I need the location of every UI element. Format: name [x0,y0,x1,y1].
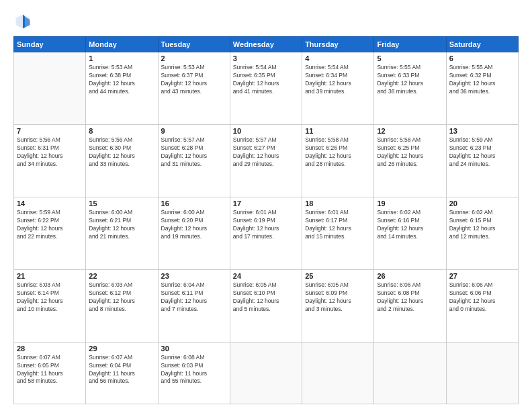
calendar-cell: 25Sunrise: 6:05 AM Sunset: 6:09 PM Dayli… [302,269,374,342]
day-info: Sunrise: 6:01 AM Sunset: 6:17 PM Dayligh… [305,209,371,241]
day-info: Sunrise: 6:01 AM Sunset: 6:19 PM Dayligh… [233,209,299,241]
calendar-cell: 6Sunrise: 5:55 AM Sunset: 6:32 PM Daylig… [446,52,518,125]
calendar-week-row: 28Sunrise: 6:07 AM Sunset: 6:05 PM Dayli… [14,342,519,404]
day-info: Sunrise: 5:54 AM Sunset: 6:35 PM Dayligh… [233,64,299,96]
day-info: Sunrise: 6:00 AM Sunset: 6:20 PM Dayligh… [161,209,227,241]
calendar-cell: 16Sunrise: 6:00 AM Sunset: 6:20 PM Dayli… [158,197,230,269]
calendar-cell: 28Sunrise: 6:07 AM Sunset: 6:05 PM Dayli… [14,342,86,404]
calendar-cell: 14Sunrise: 5:59 AM Sunset: 6:22 PM Dayli… [14,197,86,269]
calendar-cell: 2Sunrise: 5:53 AM Sunset: 6:37 PM Daylig… [158,52,230,125]
day-number: 23 [161,272,227,280]
logo-icon [13,12,32,31]
weekday-header: Tuesday [158,37,230,52]
day-number: 26 [377,272,443,280]
day-info: Sunrise: 5:57 AM Sunset: 6:27 PM Dayligh… [233,136,299,169]
day-number: 3 [233,54,299,62]
calendar-cell: 20Sunrise: 6:02 AM Sunset: 6:15 PM Dayli… [446,197,518,269]
day-info: Sunrise: 5:56 AM Sunset: 6:30 PM Dayligh… [89,136,154,169]
day-number: 25 [305,272,371,280]
day-number: 24 [233,272,299,280]
calendar-week-row: 21Sunrise: 6:03 AM Sunset: 6:14 PM Dayli… [14,269,519,342]
calendar-cell: 26Sunrise: 6:06 AM Sunset: 6:08 PM Dayli… [374,269,446,342]
day-info: Sunrise: 5:59 AM Sunset: 6:23 PM Dayligh… [449,136,515,169]
day-number: 12 [377,127,443,135]
day-info: Sunrise: 6:03 AM Sunset: 6:14 PM Dayligh… [17,281,83,314]
calendar-cell [446,342,518,404]
calendar-cell: 13Sunrise: 5:59 AM Sunset: 6:23 PM Dayli… [446,124,518,197]
calendar-cell: 17Sunrise: 6:01 AM Sunset: 6:19 PM Dayli… [230,197,302,269]
day-number: 17 [233,199,299,208]
day-number: 16 [161,199,227,208]
calendar-cell: 23Sunrise: 6:04 AM Sunset: 6:11 PM Dayli… [158,269,230,342]
day-info: Sunrise: 6:02 AM Sunset: 6:15 PM Dayligh… [449,209,515,241]
calendar-cell [302,342,374,404]
day-info: Sunrise: 6:07 AM Sunset: 6:04 PM Dayligh… [89,354,154,386]
calendar-cell: 8Sunrise: 5:56 AM Sunset: 6:30 PM Daylig… [86,124,158,197]
day-number: 22 [89,272,154,280]
day-info: Sunrise: 5:57 AM Sunset: 6:28 PM Dayligh… [161,136,227,169]
calendar-cell: 30Sunrise: 6:08 AM Sunset: 6:03 PM Dayli… [158,342,230,404]
day-info: Sunrise: 6:07 AM Sunset: 6:05 PM Dayligh… [17,354,83,386]
day-number: 19 [377,199,443,208]
day-number: 2 [161,54,227,62]
calendar-cell: 12Sunrise: 5:58 AM Sunset: 6:25 PM Dayli… [374,124,446,197]
calendar-cell: 4Sunrise: 5:54 AM Sunset: 6:34 PM Daylig… [302,52,374,125]
day-info: Sunrise: 6:05 AM Sunset: 6:09 PM Dayligh… [305,281,371,314]
day-number: 7 [17,127,83,135]
weekday-header: Wednesday [230,37,302,52]
weekday-header: Thursday [302,37,374,52]
day-info: Sunrise: 6:08 AM Sunset: 6:03 PM Dayligh… [161,354,227,386]
calendar-cell: 5Sunrise: 5:55 AM Sunset: 6:33 PM Daylig… [374,52,446,125]
calendar-cell: 18Sunrise: 6:01 AM Sunset: 6:17 PM Dayli… [302,197,374,269]
calendar: SundayMondayTuesdayWednesdayThursdayFrid… [13,36,519,404]
day-number: 5 [377,54,443,62]
day-info: Sunrise: 6:04 AM Sunset: 6:11 PM Dayligh… [161,281,227,314]
calendar-header-row: SundayMondayTuesdayWednesdayThursdayFrid… [14,37,519,52]
day-info: Sunrise: 5:55 AM Sunset: 6:32 PM Dayligh… [449,64,515,96]
day-number: 30 [161,345,227,353]
day-number: 1 [89,54,154,62]
day-number: 27 [449,272,515,280]
day-info: Sunrise: 5:58 AM Sunset: 6:25 PM Dayligh… [377,136,443,169]
day-info: Sunrise: 6:06 AM Sunset: 6:06 PM Dayligh… [449,281,515,314]
calendar-week-row: 7Sunrise: 5:56 AM Sunset: 6:31 PM Daylig… [14,124,519,197]
weekday-header: Monday [86,37,158,52]
day-number: 18 [305,199,371,208]
day-number: 21 [17,272,83,280]
day-number: 20 [449,199,515,208]
day-number: 13 [449,127,515,135]
svg-marker-2 [23,15,26,29]
calendar-cell: 10Sunrise: 5:57 AM Sunset: 6:27 PM Dayli… [230,124,302,197]
day-number: 8 [89,127,154,135]
calendar-cell [14,52,86,125]
day-number: 6 [449,54,515,62]
day-info: Sunrise: 6:06 AM Sunset: 6:08 PM Dayligh… [377,281,443,314]
calendar-cell: 15Sunrise: 6:00 AM Sunset: 6:21 PM Dayli… [86,197,158,269]
calendar-cell: 24Sunrise: 6:05 AM Sunset: 6:10 PM Dayli… [230,269,302,342]
day-number: 14 [17,199,83,208]
day-number: 4 [305,54,371,62]
day-info: Sunrise: 5:59 AM Sunset: 6:22 PM Dayligh… [17,209,83,241]
day-number: 10 [233,127,299,135]
day-number: 9 [161,127,227,135]
day-info: Sunrise: 5:54 AM Sunset: 6:34 PM Dayligh… [305,64,371,96]
calendar-cell: 22Sunrise: 6:03 AM Sunset: 6:12 PM Dayli… [86,269,158,342]
logo [13,12,35,31]
calendar-week-row: 1Sunrise: 5:53 AM Sunset: 6:38 PM Daylig… [14,52,519,125]
calendar-cell: 1Sunrise: 5:53 AM Sunset: 6:38 PM Daylig… [86,52,158,125]
calendar-cell [230,342,302,404]
day-info: Sunrise: 5:56 AM Sunset: 6:31 PM Dayligh… [17,136,83,169]
day-info: Sunrise: 5:55 AM Sunset: 6:33 PM Dayligh… [377,64,443,96]
day-info: Sunrise: 6:00 AM Sunset: 6:21 PM Dayligh… [89,209,154,241]
page-header [13,12,519,31]
calendar-cell: 3Sunrise: 5:54 AM Sunset: 6:35 PM Daylig… [230,52,302,125]
day-info: Sunrise: 6:05 AM Sunset: 6:10 PM Dayligh… [233,281,299,314]
day-number: 28 [17,345,83,353]
day-number: 29 [89,345,154,353]
day-number: 11 [305,127,371,135]
calendar-cell [374,342,446,404]
calendar-cell: 21Sunrise: 6:03 AM Sunset: 6:14 PM Dayli… [14,269,86,342]
weekday-header: Saturday [446,37,518,52]
day-info: Sunrise: 5:53 AM Sunset: 6:37 PM Dayligh… [161,64,227,96]
calendar-cell: 7Sunrise: 5:56 AM Sunset: 6:31 PM Daylig… [14,124,86,197]
